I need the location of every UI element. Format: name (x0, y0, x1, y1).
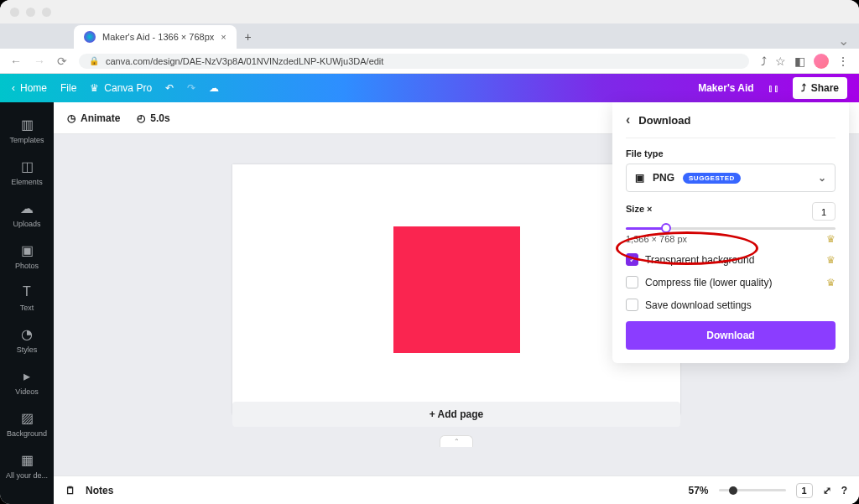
sidebar-item-label: Background (7, 429, 47, 438)
browser-menu-icon[interactable]: ⋮ (837, 55, 849, 68)
size-label: Size × (626, 204, 653, 214)
red-rectangle-element[interactable] (393, 226, 520, 353)
crown-icon: ♛ (826, 277, 836, 288)
share-label: Share (811, 82, 839, 94)
uploads-icon: ☁ (18, 200, 35, 216)
nav-back-icon[interactable]: ← (10, 55, 22, 68)
page-tray-handle[interactable]: ⌃ (440, 435, 473, 447)
download-button[interactable]: Download (626, 321, 836, 350)
chevron-down-icon: ⌄ (818, 172, 826, 184)
tabs-chevron-icon[interactable]: ⌄ (838, 33, 849, 49)
notes-button[interactable]: Notes (86, 485, 113, 496)
zoom-slider-handle[interactable] (729, 486, 737, 495)
url-text: canva.com/design/DAE-NzV3p8A/01NVINzdedL… (106, 56, 383, 66)
size-slider[interactable] (626, 227, 836, 230)
home-button[interactable]: ‹ Home (12, 82, 47, 94)
sidebar-item-all-designs[interactable]: ▦All your de... (0, 444, 54, 486)
undo-button[interactable]: ↶ (165, 82, 174, 94)
page-number-badge[interactable]: 1 (796, 483, 813, 498)
nav-forward-icon: → (34, 55, 45, 68)
traffic-close-icon[interactable] (10, 8, 19, 17)
dimensions-text: 1,366 × 768 px (626, 234, 687, 244)
save-settings-label: Save download settings (645, 299, 752, 311)
image-icon: ▣ (635, 172, 644, 184)
background-icon: ▨ (18, 409, 35, 426)
notes-icon[interactable]: 🗒 (65, 485, 75, 496)
insights-icon[interactable]: ⫾⫾ (768, 81, 779, 95)
browser-urlbar: ← → ⟳ 🔒 canva.com/design/DAE-NzV3p8A/01N… (0, 49, 859, 74)
sidebar-item-templates[interactable]: ▥Templates (0, 109, 54, 151)
file-type-select[interactable]: ▣ PNG SUGGESTED ⌄ (626, 164, 836, 192)
extension-icon[interactable]: ◧ (794, 55, 805, 68)
close-tab-icon[interactable]: × (221, 32, 226, 42)
star-icon[interactable]: ☆ (775, 55, 786, 68)
compress-checkbox[interactable]: Compress file (lower quality) ♛ (626, 276, 836, 288)
fullscreen-icon[interactable]: ⤢ (823, 485, 831, 496)
animate-button[interactable]: ◷ Animate (67, 112, 120, 124)
traffic-max-icon[interactable] (42, 8, 51, 17)
file-type-label: File type (626, 148, 836, 158)
sidebar-item-text[interactable]: TText (0, 277, 54, 319)
sidebar-item-label: Elements (11, 178, 43, 186)
crown-icon: ♛ (826, 254, 836, 266)
zoom-percent[interactable]: 57% (689, 485, 709, 496)
save-settings-checkbox[interactable]: Save download settings (626, 299, 836, 311)
sidebar-item-videos[interactable]: ▸Videos (0, 361, 54, 403)
crown-icon: ♛ (90, 82, 99, 94)
text-icon: T (18, 283, 35, 300)
chevron-left-icon: ‹ (12, 82, 15, 94)
bottom-status-bar: 🗒 Notes 57% 1 ⤢ ? (54, 475, 859, 504)
sidebar-item-label: Photos (15, 262, 39, 270)
timer-button[interactable]: ◴ 5.0s (137, 112, 169, 124)
canva-favicon-icon (84, 31, 96, 43)
window-titlebar (0, 0, 859, 23)
templates-icon: ▥ (18, 116, 35, 132)
share-browser-icon[interactable]: ⤴ (761, 55, 767, 68)
add-page-button[interactable]: + Add page (232, 402, 680, 427)
left-sidebar: ▥Templates ◫Elements ☁Uploads ▣Photos TT… (0, 102, 54, 504)
size-multiplier-input[interactable]: 1 (812, 202, 836, 221)
address-bar[interactable]: 🔒 canva.com/design/DAE-NzV3p8A/01NVINzde… (79, 54, 749, 69)
timer-value: 5.0s (150, 112, 169, 124)
document-title[interactable]: Maker's Aid (698, 82, 753, 94)
canva-pro-label: Canva Pro (104, 82, 152, 94)
sidebar-item-elements[interactable]: ◫Elements (0, 151, 54, 193)
checkbox-icon (626, 299, 638, 311)
sidebar-item-uploads[interactable]: ☁Uploads (0, 193, 54, 235)
home-label: Home (20, 82, 47, 94)
size-slider-handle[interactable] (661, 223, 671, 233)
traffic-min-icon[interactable] (26, 8, 35, 17)
transparent-bg-checkbox[interactable]: ✓ Transparent background ♛ (626, 253, 836, 266)
back-icon[interactable]: ‹ (626, 112, 630, 127)
sidebar-item-label: All your de... (6, 471, 48, 480)
elements-icon: ◫ (18, 158, 35, 174)
profile-avatar-icon[interactable] (814, 54, 829, 69)
styles-icon: ◔ (18, 325, 35, 342)
transparent-bg-label: Transparent background (645, 254, 754, 266)
checkbox-icon (626, 276, 638, 288)
sidebar-item-label: Text (20, 304, 34, 312)
canva-pro-button[interactable]: ♛ Canva Pro (90, 82, 152, 94)
new-tab-button[interactable]: + (237, 25, 260, 49)
zoom-slider[interactable] (719, 489, 786, 491)
app-header: ‹ Home File ♛ Canva Pro ↶ ↷ ☁ Maker's Ai… (0, 74, 859, 102)
lock-icon: 🔒 (89, 56, 99, 65)
browser-tabs: Maker's Aid - 1366 × 768px × + ⌄ (0, 23, 859, 49)
sidebar-item-label: Videos (15, 387, 38, 396)
grid-icon: ▦ (18, 451, 35, 468)
clock-icon: ◴ (137, 112, 145, 124)
sidebar-item-styles[interactable]: ◔Styles (0, 319, 54, 361)
sidebar-item-background[interactable]: ▨Background (0, 403, 54, 444)
redo-button[interactable]: ↷ (187, 82, 195, 94)
animate-label: Animate (81, 112, 120, 124)
tab-title: Maker's Aid - 1366 × 768px (102, 32, 214, 42)
nav-reload-icon[interactable]: ⟳ (57, 55, 67, 68)
share-button[interactable]: ⤴ Share (793, 77, 847, 99)
browser-tab[interactable]: Maker's Aid - 1366 × 768px × (74, 25, 237, 49)
help-icon[interactable]: ? (841, 485, 847, 496)
page-number: 1 (802, 486, 807, 496)
file-menu[interactable]: File (60, 82, 76, 94)
photos-icon: ▣ (18, 242, 35, 258)
download-panel-title: Download (638, 114, 690, 127)
sidebar-item-photos[interactable]: ▣Photos (0, 235, 54, 277)
